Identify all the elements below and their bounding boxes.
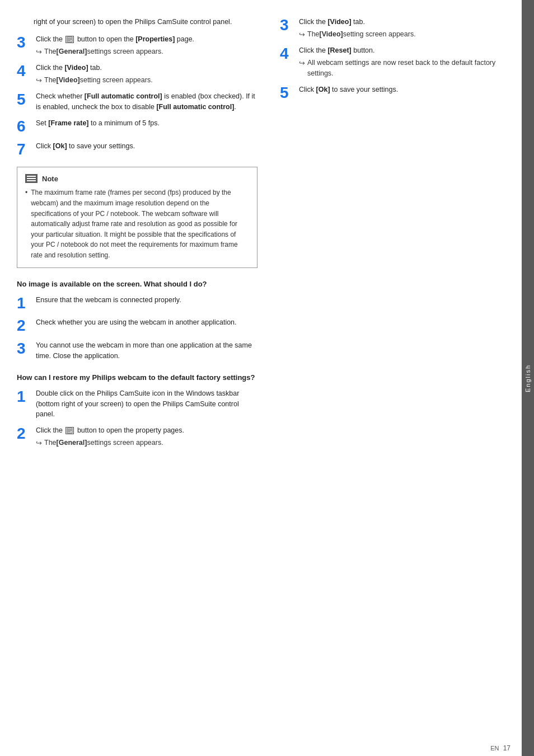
- step-4-arrow: The [Video] setting screen appears.: [36, 75, 257, 86]
- step-7-left: 7 Click [Ok] to save your settings.: [17, 141, 257, 158]
- note-icon-line-3: [27, 180, 36, 181]
- right-step-3-arrow: The [Video] setting screen appears.: [299, 29, 509, 40]
- section1-step-1-content: Ensure that the webcam is connected prop…: [36, 295, 257, 306]
- page-container: English right of your screen) to open th…: [0, 0, 534, 756]
- section2-heading: How can I restore my Philips webcam to t…: [17, 373, 257, 383]
- right-step-number-4: 4: [280, 45, 296, 63]
- section1-step-number-1: 1: [17, 295, 32, 312]
- step-number-4: 4: [17, 63, 32, 80]
- note-icon: [25, 174, 38, 183]
- note-box: Note The maximum frame rate (frames per …: [17, 167, 257, 267]
- footer-en: EN: [490, 745, 499, 752]
- right-step-3: 3 Click the [Video] tab. The [Video] set…: [280, 17, 509, 40]
- section2-step-1: 1 Double click on the Philips CamSuite i…: [17, 388, 257, 420]
- section2-step-2-arrow: The [General] settings screen appears.: [36, 438, 257, 449]
- note-icon-line-1: [27, 176, 36, 177]
- properties-icon-2: [65, 427, 74, 434]
- section1-step-2-content: Check whether you are using the webcam i…: [36, 317, 257, 328]
- step-6-content: Set [Frame rate] to a minimum of 5 fps.: [36, 118, 257, 129]
- section1-step-3-content: You cannot use the webcam in more than o…: [36, 340, 257, 361]
- properties-label: [Properties]: [135, 35, 175, 43]
- note-title: Note: [42, 175, 58, 183]
- section1-step-number-2: 2: [17, 317, 32, 335]
- section2-step-2-content: Click the button to open the property pa…: [36, 425, 257, 448]
- properties-icon: [65, 36, 74, 43]
- note-header: Note: [25, 174, 249, 183]
- right-step-4-content: Click the [Reset] button. All webcam set…: [299, 45, 509, 78]
- page-number: 17: [503, 744, 510, 752]
- side-tab-text: English: [524, 364, 531, 392]
- step-3-content: Click the button to open the [Properties…: [36, 34, 257, 57]
- intro-text: right of your screen) to open the Philip…: [17, 17, 257, 27]
- step-5-content: Check whether [Full automatic control] i…: [36, 91, 257, 112]
- step-5-left: 5 Check whether [Full automatic control]…: [17, 91, 257, 112]
- section2-step-number-2: 2: [17, 425, 32, 443]
- step-4-content: Click the [Video] tab. The [Video] setti…: [36, 63, 257, 86]
- note-icon-line-2: [27, 178, 36, 179]
- section2-step-number-1: 1: [17, 388, 32, 406]
- section1-heading: No image is available on the screen. Wha…: [17, 279, 257, 289]
- main-content: right of your screen) to open the Philip…: [0, 0, 534, 756]
- right-step-4: 4 Click the [Reset] button. All webcam s…: [280, 45, 509, 78]
- step-7-content: Click [Ok] to save your settings.: [36, 141, 257, 152]
- note-bullet: The maximum frame rate (frames per secon…: [25, 187, 249, 260]
- section2-step-2: 2 Click the button to open the property …: [17, 425, 257, 448]
- right-step-3-content: Click the [Video] tab. The [Video] setti…: [299, 17, 509, 40]
- step-number-5: 5: [17, 91, 32, 109]
- footer-bar: EN 17: [0, 740, 522, 756]
- step-6-left: 6 Set [Frame rate] to a minimum of 5 fps…: [17, 118, 257, 135]
- left-column: right of your screen) to open the Philip…: [17, 17, 274, 739]
- step-number-3: 3: [17, 34, 32, 51]
- section1-step-2: 2 Check whether you are using the webcam…: [17, 317, 257, 335]
- section1-step-3: 3 You cannot use the webcam in more than…: [17, 340, 257, 361]
- section1-step-number-3: 3: [17, 340, 32, 358]
- right-step-number-3: 3: [280, 17, 296, 34]
- note-bullet-text: The maximum frame rate (frames per secon…: [31, 187, 249, 260]
- step-3-arrow: The [General] settings screen appears.: [36, 46, 257, 58]
- right-step-5-content: Click [Ok] to save your settings.: [299, 84, 509, 95]
- section2-step-1-content: Double click on the Philips CamSuite ico…: [36, 388, 257, 420]
- step-4-left: 4 Click the [Video] tab. The [Video] set…: [17, 63, 257, 86]
- step-3-top: 3 Click the button to open the [Properti…: [17, 34, 257, 57]
- right-step-4-arrow: All webcam settings are now reset back t…: [299, 58, 509, 79]
- step-number-7: 7: [17, 141, 32, 158]
- section1-step-1: 1 Ensure that the webcam is connected pr…: [17, 295, 257, 312]
- side-tab: English: [522, 0, 534, 756]
- right-column: 3 Click the [Video] tab. The [Video] set…: [274, 17, 509, 739]
- right-step-number-5: 5: [280, 84, 296, 102]
- right-step-5: 5 Click [Ok] to save your settings.: [280, 84, 509, 102]
- step-number-6: 6: [17, 118, 32, 135]
- note-body: The maximum frame rate (frames per secon…: [25, 187, 249, 260]
